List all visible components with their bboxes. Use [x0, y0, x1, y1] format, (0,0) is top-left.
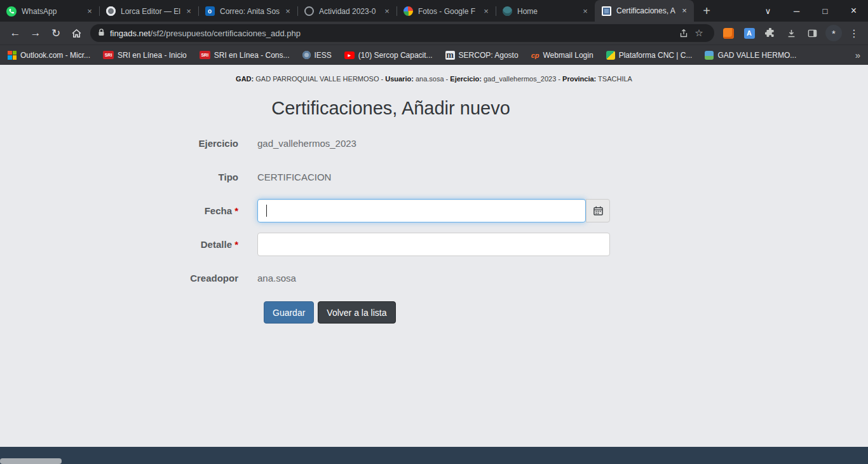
sri-icon: SRI [200, 51, 210, 59]
window-controls: ∨ ─ □ × [754, 0, 868, 22]
translate-icon[interactable]: A [742, 25, 757, 41]
ctx-gad-value: GAD PARROQUIAL VALLE HERMOSO [254, 75, 379, 83]
window-minimize-button[interactable]: ─ [782, 0, 811, 22]
cnc-icon [606, 51, 615, 60]
window-maximize-button[interactable]: □ [811, 0, 839, 22]
tab-close-icon[interactable]: × [85, 6, 95, 17]
window-close-button[interactable]: × [839, 0, 868, 22]
detalle-input[interactable] [257, 233, 610, 256]
gad-icon [705, 51, 714, 60]
profile-avatar[interactable]: * [825, 25, 842, 41]
share-icon[interactable] [676, 25, 691, 41]
save-button[interactable]: Guardar [264, 301, 314, 324]
calendar-picker-button[interactable] [586, 199, 610, 222]
globe-icon [304, 6, 314, 17]
extensions-area: A * ⋮ [718, 25, 863, 41]
tab-whatsapp[interactable]: WhatsApp × [0, 1, 99, 22]
bookmark-plataforma-cnc[interactable]: Plataforma CNC | C... [606, 51, 693, 60]
bookmarks-bar: Outlook.com - Micr... SRI SRI en Línea -… [0, 44, 868, 65]
ejercicio-label: Ejercicio [127, 138, 238, 149]
tab-close-icon[interactable]: × [283, 6, 293, 17]
lock-icon[interactable] [98, 28, 105, 39]
tab-strip: WhatsApp × Lorca Editor — El × o Correo:… [0, 0, 868, 22]
tab-actividad[interactable]: Actividad 2023-0 × [297, 1, 397, 22]
tab-close-icon[interactable]: × [580, 6, 590, 17]
bookmark-webmail[interactable]: cp Webmail Login [531, 51, 593, 60]
tab-close-icon[interactable]: × [679, 6, 689, 16]
bookmark-gad-valle-hermoso[interactable]: GAD VALLE HERMO... [705, 51, 796, 60]
outlook-icon: o [205, 6, 215, 17]
form-row-detalle: Detalle * [127, 233, 610, 256]
detalle-label: Detalle [201, 239, 232, 250]
tipo-label: Tipo [127, 172, 238, 182]
page-content: GAD: GAD PARROQUIAL VALLE HERMOSO - Usua… [0, 65, 868, 464]
sri-icon: SRI [103, 51, 114, 59]
form-row-creadopor: Creadopor ana.sosa [127, 266, 610, 290]
required-asterisk: * [234, 205, 238, 216]
downloads-icon[interactable] [783, 25, 799, 41]
ctx-usuario-label: Usuario: [385, 75, 414, 83]
bookmarks-overflow-chevron[interactable]: » [855, 50, 860, 60]
creadopor-label: Creadopor [127, 273, 238, 283]
fingads-icon [601, 6, 611, 16]
home-button[interactable] [66, 24, 86, 43]
back-to-list-button[interactable]: Volver a la lista [318, 301, 395, 324]
side-panel-icon[interactable] [804, 25, 820, 41]
ctx-provincia-value: TSACHILA [596, 75, 632, 83]
google-photos-icon [403, 6, 413, 17]
tab-list-chevron-icon[interactable]: ∨ [754, 0, 782, 22]
address-bar[interactable]: fingads.net/sf2/presupuesto/certificacio… [90, 24, 714, 42]
bookmark-outlook[interactable]: Outlook.com - Micr... [8, 51, 90, 60]
back-button[interactable]: ← [5, 24, 25, 43]
extension-orange-icon[interactable] [721, 25, 736, 41]
context-bar: GAD: GAD PARROQUIAL VALLE HERMOSO - Usua… [0, 65, 868, 83]
microsoft-icon [8, 51, 17, 60]
creadopor-value: ana.sosa [257, 273, 296, 283]
fecha-input[interactable] [257, 199, 586, 222]
tipo-value: CERTIFICACION [257, 172, 331, 182]
extensions-puzzle-icon[interactable] [763, 25, 778, 41]
tab-close-icon[interactable]: × [382, 6, 392, 17]
bookmark-sercop-youtube[interactable]: ▶ (10) Sercop Capacit... [344, 51, 433, 60]
sercop-icon: m [445, 51, 455, 60]
tab-home[interactable]: Home × [496, 1, 595, 22]
chrome-menu-icon[interactable]: ⋮ [848, 27, 860, 39]
bookmark-sercop-agosto[interactable]: m SERCOP: Agosto [445, 51, 519, 60]
text-caret [266, 205, 267, 217]
page-footer-bar [0, 447, 868, 464]
iess-icon [302, 51, 311, 59]
horizontal-scrollbar-thumb[interactable] [0, 458, 62, 464]
tab-lorca-editor[interactable]: Lorca Editor — El × [99, 1, 198, 22]
tab-title: WhatsApp [22, 7, 82, 16]
ctx-usuario-value: ana.sosa [414, 75, 444, 83]
tab-correo-outlook[interactable]: o Correo: Anita Sos × [198, 1, 297, 22]
page-title: Certificaciones, Añadir nuevo [172, 98, 610, 119]
form-buttons: Guardar Volver a la lista [264, 301, 610, 324]
tab-title: Home [517, 7, 578, 16]
new-tab-button[interactable]: + [698, 2, 715, 20]
tab-title: Fotos - Google F [418, 7, 478, 16]
tab-close-icon[interactable]: × [481, 6, 491, 17]
ejercicio-value: gad_vallehermos_2023 [257, 138, 356, 149]
tab-google-fotos[interactable]: Fotos - Google F × [397, 1, 496, 22]
bookmark-iess[interactable]: IESS [302, 51, 332, 60]
reload-button[interactable]: ↻ [46, 24, 66, 43]
youtube-icon: ▶ [344, 51, 355, 59]
browser-window: WhatsApp × Lorca Editor — El × o Correo:… [0, 0, 868, 464]
bookmark-sri-inicio[interactable]: SRI SRI en Línea - Inicio [103, 51, 187, 60]
home-favicon-icon [502, 6, 512, 17]
required-asterisk: * [234, 239, 238, 250]
certification-form: Ejercicio gad_vallehermos_2023 Tipo CERT… [127, 132, 610, 324]
forward-button[interactable]: → [25, 24, 46, 43]
tab-close-icon[interactable]: × [184, 6, 194, 17]
bookmark-star-icon[interactable]: ☆ [691, 25, 707, 41]
bookmark-sri-consultas[interactable]: SRI SRI en Línea - Cons... [200, 51, 290, 60]
tab-title: Certificaciones, A [616, 6, 677, 15]
calendar-icon [593, 206, 603, 215]
url-text: fingads.net/sf2/presupuesto/certificacio… [110, 29, 676, 38]
tab-certificaciones-active[interactable]: Certificaciones, A × [595, 0, 694, 22]
form-row-tipo: Tipo CERTIFICACION [127, 165, 610, 189]
ctx-ejercicio-label: Ejercicio: [450, 75, 482, 83]
tab-title: Actividad 2023-0 [319, 7, 379, 16]
lorca-icon [105, 6, 116, 17]
